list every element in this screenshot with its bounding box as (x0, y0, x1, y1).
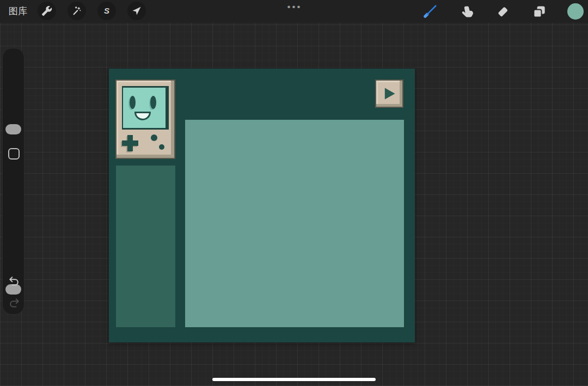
gallery-button[interactable]: 图库 (9, 0, 27, 23)
artwork-main-panel (185, 120, 404, 327)
transform-arrow-icon (131, 5, 142, 16)
transform-button[interactable] (127, 2, 146, 20)
bmo-eye-right (150, 96, 156, 109)
redo-button[interactable] (7, 296, 21, 309)
brush-icon (422, 4, 438, 19)
opacity-slider[interactable] (3, 157, 25, 244)
home-indicator[interactable] (212, 378, 376, 381)
actions-button[interactable] (38, 2, 56, 20)
erase-tool-button[interactable] (492, 1, 513, 22)
smudge-tool-button[interactable] (456, 1, 477, 22)
procreate-app: 图库 S ••• (0, 0, 588, 386)
magic-wand-icon (71, 5, 82, 16)
bmo-dpad (122, 135, 138, 151)
artwork-left-panel (116, 166, 175, 327)
canvas-options-button[interactable]: ••• (275, 0, 314, 14)
artwork-play-button (375, 79, 403, 108)
undo-button[interactable] (7, 274, 21, 287)
bmo-mouth (134, 112, 151, 120)
artwork-canvas[interactable] (109, 69, 415, 342)
top-toolbar: 图库 S ••• (0, 0, 588, 23)
paint-tool-button[interactable] (419, 1, 441, 22)
bmo-character (115, 79, 175, 159)
color-swatch (567, 3, 584, 20)
bmo-screen (122, 86, 169, 130)
layers-button[interactable] (528, 1, 550, 22)
layers-icon (532, 4, 547, 19)
redo-icon (8, 297, 20, 309)
selection-button[interactable]: S (97, 2, 116, 20)
bmo-eye-left (130, 96, 136, 109)
brush-sidebar (2, 48, 24, 315)
bmo-button-a (151, 134, 157, 141)
eraser-icon (495, 4, 510, 19)
undo-icon (8, 275, 20, 287)
wrench-icon (41, 5, 52, 16)
adjustments-button[interactable] (68, 2, 86, 20)
color-button[interactable] (565, 1, 586, 22)
bmo-button-b (159, 144, 164, 150)
selection-s-icon: S (101, 5, 112, 16)
brush-size-slider[interactable] (3, 48, 25, 146)
svg-text:S: S (104, 6, 109, 15)
brush-size-handle[interactable] (5, 124, 21, 134)
smudge-icon (460, 4, 474, 19)
play-triangle-icon (382, 86, 397, 101)
